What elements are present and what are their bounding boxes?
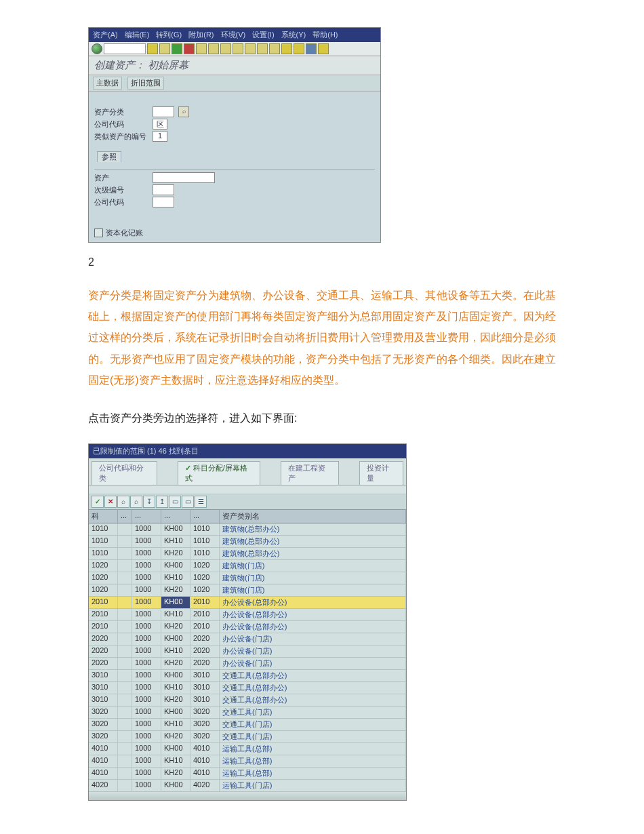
table-row[interactable]: 20201000KH002020办公设备(门店) <box>89 633 406 646</box>
col-header-c1[interactable]: ... <box>132 510 161 523</box>
shortcut-icon[interactable] <box>294 43 304 54</box>
first-page-icon[interactable] <box>233 43 243 54</box>
table-row[interactable]: 30201000KH203020交通工具(门店) <box>89 731 406 743</box>
close-icon[interactable]: ✕ <box>104 496 117 508</box>
table-row[interactable]: 10201000KH101020建筑物(门店) <box>89 572 406 584</box>
ref-asset-label: 资产 <box>94 173 148 183</box>
sort-asc-icon[interactable]: ↧ <box>143 496 155 508</box>
personal-list-icon[interactable]: ☰ <box>195 496 207 508</box>
col-header-d1[interactable]: ... <box>118 510 132 523</box>
capitalization-checkbox[interactable] <box>94 229 103 237</box>
col-header-c2[interactable]: ... <box>161 510 190 523</box>
search-icon[interactable]: ⌕ <box>117 496 129 508</box>
next-page-icon[interactable] <box>257 43 268 54</box>
search-help-icon[interactable]: ⌕ <box>178 106 189 117</box>
asset-class-label: 资产分类 <box>94 107 148 117</box>
menu-item[interactable]: 帮助(H) <box>313 30 338 40</box>
table-row[interactable]: 10101000KH001010建筑物(总部办公) <box>89 523 406 536</box>
table-row[interactable]: 40101000KH004010运输工具(总部) <box>89 743 406 755</box>
tab-strip: 公司代码和分类✓科目分配/屏幕格式在建工程资产投资计量 <box>89 458 406 485</box>
tab-body-spacer <box>89 485 406 494</box>
company-code-label: 公司代码 <box>94 119 148 130</box>
enter-icon[interactable] <box>92 43 102 54</box>
master-data-button[interactable]: 主数据 <box>93 77 122 90</box>
table-row[interactable]: 40201000KH004020运输工具(门店) <box>89 780 406 792</box>
table-row[interactable]: 30101000KH003010交通工具(总部办公) <box>89 670 406 682</box>
company-code-input[interactable]: 区 <box>153 119 167 130</box>
table-row[interactable]: 20201000KH102020办公设备(门店) <box>89 646 406 658</box>
search-tab[interactable]: 投资计量 <box>359 461 403 485</box>
table-row[interactable]: 10101000KH101010建筑物(总部办公) <box>89 536 406 548</box>
asset-class-description: 资产分类是将固定资产分为建筑物、办公设备、交通工具、运输工具、其他设备等五大类。… <box>88 285 556 391</box>
layout-icon[interactable] <box>318 43 329 54</box>
reference-tab[interactable]: 参照 <box>97 151 121 162</box>
capitalization-label: 资本化记账 <box>106 228 143 238</box>
ref-company-label: 公司代码 <box>94 197 148 207</box>
save-icon[interactable] <box>147 43 158 54</box>
table-row[interactable]: 10101000KH201010建筑物(总部办公) <box>89 548 406 560</box>
col-header-name[interactable]: 资产类别名 <box>220 510 406 523</box>
depr-area-button[interactable]: 折旧范围 <box>127 77 164 90</box>
ref-subnum-input[interactable] <box>153 184 174 195</box>
search-tab[interactable]: 公司代码和分类 <box>92 461 157 485</box>
table-row[interactable]: 30101000KH203010交通工具(总部办公) <box>89 694 406 707</box>
find-icon[interactable] <box>208 43 219 54</box>
main-toolbar <box>89 42 380 56</box>
new-session-icon[interactable] <box>281 43 292 54</box>
menu-item[interactable]: 环境(V) <box>221 30 246 40</box>
command-field[interactable] <box>104 43 146 54</box>
cancel-icon[interactable] <box>184 43 195 54</box>
app-toolbar: 主数据 折旧范围 <box>89 75 380 92</box>
sort-desc-icon[interactable]: ↥ <box>156 496 168 508</box>
menu-item[interactable]: 编辑(E) <box>125 30 150 40</box>
table-row[interactable]: 20201000KH202020办公设备(门店) <box>89 658 406 670</box>
table-row[interactable]: 10201000KH001020建筑物(门店) <box>89 560 406 572</box>
search-tab[interactable]: 在建工程资产 <box>281 461 339 485</box>
asset-class-input[interactable] <box>153 106 174 117</box>
table-row[interactable]: 20101000KH002010办公设备(总部办公) <box>89 597 406 609</box>
table-row[interactable]: 30101000KH103010交通工具(总部办公) <box>89 682 406 694</box>
similar-assets-input[interactable]: 1 <box>153 131 167 142</box>
accept-icon[interactable]: ✓ <box>92 496 104 508</box>
print-icon[interactable] <box>196 43 207 54</box>
search-tab[interactable]: ✓科目分配/屏幕格式 <box>178 461 260 485</box>
exit-icon[interactable] <box>172 43 182 54</box>
table-row[interactable]: 20101000KH102010办公设备(总部办公) <box>89 609 406 621</box>
list-body: 10101000KH001010建筑物(总部办公)10101000KH10101… <box>89 523 406 792</box>
table-row[interactable]: 40101000KH104010运输工具(总部) <box>89 755 406 768</box>
ref-asset-input[interactable] <box>153 172 215 183</box>
col-header-c3[interactable]: ... <box>190 510 220 523</box>
table-row[interactable]: 40101000KH204010运输工具(总部) <box>89 768 406 780</box>
ref-company-input[interactable] <box>153 197 174 207</box>
table-row[interactable]: 30201000KH103020交通工具(门店) <box>89 719 406 731</box>
menu-item[interactable]: 附加(R) <box>188 30 214 40</box>
list-fade <box>89 792 406 800</box>
list-header: 科 ... ... ... ... 资产类别名 <box>89 510 406 523</box>
table-row[interactable]: 30201000KH003020交通工具(门店) <box>89 707 406 719</box>
form-body: 资产分类 ⌕ 公司代码 区 类似资产的编号 1 参照 资产 次级编号 <box>89 92 380 242</box>
instruction-text: 点击资产分类旁边的选择符，进入如下界面: <box>88 408 556 429</box>
menu-item[interactable]: 转到(G) <box>156 30 182 40</box>
print-icon[interactable]: ▭ <box>182 496 194 508</box>
table-row[interactable]: 10201000KH201020建筑物(门店) <box>89 584 406 597</box>
col-header-k[interactable]: 科 <box>89 510 118 523</box>
find-next-icon[interactable] <box>220 43 231 54</box>
sap-value-list-screenshot: 已限制值的范围 (1) 46 找到条目 公司代码和分类✓科目分配/屏幕格式在建工… <box>88 443 407 801</box>
search-next-icon[interactable]: ⌕ <box>130 496 142 508</box>
help-icon[interactable] <box>306 43 317 54</box>
last-page-icon[interactable] <box>269 43 280 54</box>
prev-page-icon[interactable] <box>245 43 256 54</box>
menu-item[interactable]: 系统(Y) <box>281 30 306 40</box>
table-row[interactable]: 20101000KH202010办公设备(总部办公) <box>89 621 406 633</box>
reference-group: 资产 次级编号 公司代码 <box>94 169 375 207</box>
dialog-title: 已限制值的范围 (1) 46 找到条目 <box>89 444 406 458</box>
back-icon[interactable] <box>159 43 170 54</box>
menu-bar: 资产(A)编辑(E)转到(G)附加(R)环境(V)设置(I)系统(Y)帮助(H) <box>89 28 380 42</box>
ref-subnum-label: 次级编号 <box>94 185 148 195</box>
menu-item[interactable]: 设置(I) <box>252 30 274 40</box>
sap-create-asset-screenshot: 资产(A)编辑(E)转到(G)附加(R)环境(V)设置(I)系统(Y)帮助(H)… <box>88 27 381 243</box>
export-icon[interactable]: ▭ <box>169 496 181 508</box>
screen-title: 创建资产： 初始屏幕 <box>89 56 380 75</box>
menu-item[interactable]: 资产(A) <box>93 30 118 40</box>
page-number: 2 <box>88 256 556 269</box>
